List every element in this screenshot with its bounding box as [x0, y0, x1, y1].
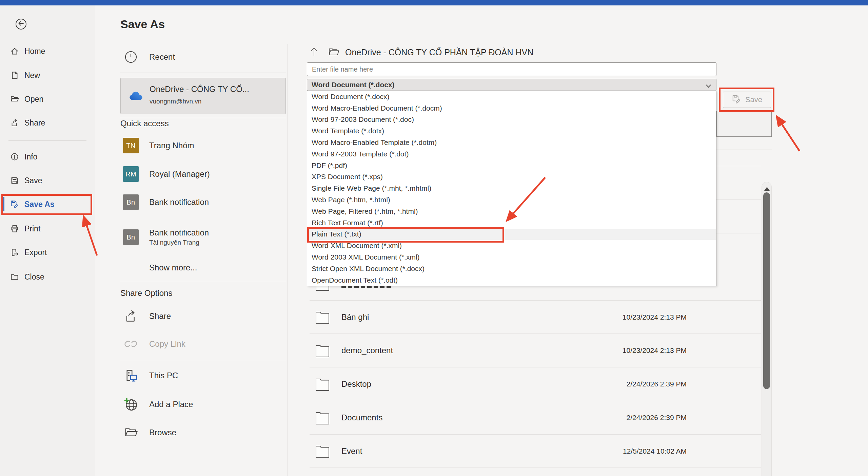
- file-type-option[interactable]: Word 2003 XML Document (*.xml): [307, 251, 716, 263]
- save-disk-pencil-icon: [732, 94, 741, 105]
- annotation-arrow-save-button: [780, 121, 800, 151]
- quick-access-item[interactable]: Bn Bank notification Tài nguyên Trang: [123, 228, 209, 246]
- file-type-option[interactable]: Word Document (*.docx): [307, 91, 716, 102]
- sidebar-item-close[interactable]: Close: [0, 270, 95, 284]
- show-more-link[interactable]: Show more...: [149, 263, 197, 272]
- sidebar-item-new[interactable]: New: [0, 69, 95, 82]
- this-pc-label: This PC: [149, 371, 178, 380]
- scroll-up-icon[interactable]: [764, 187, 770, 191]
- onedrive-place-card[interactable]: OneDrive - CÔNG TY CỔ... vuongnm@hvn.vn: [120, 78, 286, 114]
- file-list-scrollbar[interactable]: [762, 182, 772, 476]
- recent-label: Recent: [149, 52, 175, 62]
- file-type-dropdown: Word Document (*.docx) Word Macro-Enable…: [307, 91, 716, 286]
- onedrive-cloud-icon: [128, 90, 144, 102]
- save-as-icon: [10, 200, 19, 209]
- panel-divider: [120, 73, 286, 73]
- file-type-option[interactable]: OpenDocument Text (*.odt): [307, 274, 716, 286]
- sidebar-item-print[interactable]: Print: [0, 222, 95, 235]
- show-more-label: Show more...: [149, 263, 197, 272]
- sidebar-item-share[interactable]: Share: [0, 116, 95, 130]
- file-type-option[interactable]: Web Page, Filtered (*.htm, *.html): [307, 206, 716, 217]
- filename-input[interactable]: [307, 62, 716, 76]
- sidebar-item-open[interactable]: Open: [0, 92, 95, 106]
- sidebar-item-label: Open: [24, 95, 43, 104]
- panel-divider: [120, 281, 286, 281]
- file-date: 10/23/2024 2:13 PM: [623, 313, 687, 321]
- file-type-option[interactable]: Word Macro-Enabled Document (*.docm): [307, 102, 716, 114]
- quick-access-item[interactable]: RM Royal (Manager): [123, 166, 210, 182]
- this-pc-icon: [123, 368, 139, 383]
- sidebar-item-label: New: [24, 71, 40, 80]
- copy-link-label: Copy Link: [149, 339, 185, 349]
- sidebar-divider: [8, 140, 86, 141]
- file-type-option[interactable]: Word 97-2003 Document (*.doc): [307, 114, 716, 126]
- sidebar-item-info[interactable]: Info: [0, 150, 95, 164]
- scrollbar-thumb[interactable]: [763, 192, 770, 389]
- sidebar-item-label: Export: [24, 248, 47, 257]
- file-type-option[interactable]: Single File Web Page (*.mht, *.mhtml): [307, 183, 716, 194]
- quick-access-item[interactable]: TN Trang Nhóm: [123, 138, 194, 153]
- back-arrow-icon: [18, 20, 24, 28]
- home-icon: [10, 47, 19, 56]
- share-option-copy-link[interactable]: Copy Link: [123, 336, 185, 352]
- folder-icon: [315, 377, 330, 393]
- quick-access-item[interactable]: Bn Bank notification: [123, 194, 209, 210]
- location-row[interactable]: OneDrive - CÔNG TY CỔ PHẦN TẬP ĐOÀN HVN: [309, 45, 533, 59]
- browse-folder-icon: [123, 425, 139, 440]
- folder-icon: [315, 310, 330, 326]
- sidebar-item-save[interactable]: Save: [0, 174, 95, 187]
- recent-item[interactable]: Recent: [123, 49, 175, 65]
- export-icon: [10, 248, 19, 257]
- sidebar-item-save-as[interactable]: Save As: [0, 197, 95, 211]
- back-button[interactable]: [16, 19, 26, 30]
- file-type-selected: Word Document (*.docx): [312, 81, 395, 89]
- file-name: Event: [341, 446, 362, 456]
- file-row[interactable]: demo_content 10/23/2024 2:13 PM: [310, 334, 761, 367]
- file-date: 2/24/2026 2:39 PM: [627, 380, 687, 388]
- file-row[interactable]: Documents 2/24/2026 2:39 PM: [310, 401, 761, 435]
- new-folder-button[interactable]: [716, 111, 772, 137]
- file-type-option[interactable]: Word XML Document (*.xml): [307, 240, 716, 251]
- file-type-option[interactable]: Web Page (*.htm, *.html): [307, 194, 716, 206]
- sidebar-item-label: Home: [24, 47, 45, 56]
- sidebar-item-export[interactable]: Export: [0, 246, 95, 259]
- folder-icon: [328, 46, 340, 58]
- place-add-a-place[interactable]: Add a Place: [123, 397, 193, 412]
- open-folder-icon: [10, 95, 19, 103]
- file-type-option[interactable]: Rich Text Format (*.rtf): [307, 217, 716, 229]
- onedrive-card-subtitle: vuongnm@hvn.vn: [150, 98, 201, 105]
- file-date: 10/23/2024 2:13 PM: [623, 346, 687, 355]
- sidebar-item-home[interactable]: Home: [0, 44, 95, 58]
- save-button-label: Save: [745, 95, 762, 104]
- quick-access-label: Bank notification: [149, 228, 209, 237]
- quick-access-label: Royal (Manager): [149, 169, 210, 179]
- group-tile: RM: [123, 166, 139, 182]
- panel-divider: [120, 360, 286, 360]
- share-options-header: Share Options: [120, 288, 172, 298]
- share-icon: [10, 118, 19, 127]
- backstage-sidebar: Home New Open Share Info Save Save As: [0, 5, 95, 476]
- file-type-option[interactable]: XPS Document (*.xps): [307, 171, 716, 183]
- file-type-option[interactable]: Strict Open XML Document (*.docx): [307, 263, 716, 274]
- file-type-option[interactable]: PDF (*.pdf): [307, 160, 716, 171]
- file-row[interactable]: Bản ghi 10/23/2024 2:13 PM: [310, 301, 761, 334]
- chevron-down-icon: [706, 83, 711, 89]
- group-tile: Bn: [123, 229, 139, 245]
- up-arrow-icon: [309, 46, 319, 58]
- save-button[interactable]: Save: [723, 92, 771, 108]
- file-row[interactable]: Desktop 2/24/2026 2:39 PM: [310, 367, 761, 401]
- file-row[interactable]: Event 12/5/2024 10:02 AM: [310, 435, 761, 468]
- file-name: Bản ghi: [341, 312, 369, 322]
- place-browse[interactable]: Browse: [123, 425, 176, 440]
- panel-divider: [120, 118, 286, 118]
- printer-icon: [10, 224, 19, 233]
- file-name: Desktop: [341, 379, 371, 389]
- file-type-option[interactable]: Word Template (*.dotx): [307, 125, 716, 137]
- title-bar: [0, 0, 868, 5]
- file-type-select[interactable]: Word Document (*.docx): [307, 79, 716, 91]
- file-type-option[interactable]: Word Macro-Enabled Template (*.dotm): [307, 137, 716, 148]
- share-option-share[interactable]: Share: [123, 308, 171, 324]
- file-type-option[interactable]: Word 97-2003 Template (*.dot): [307, 148, 716, 160]
- file-type-option-plain-text[interactable]: Plain Text (*.txt): [307, 229, 716, 240]
- place-this-pc[interactable]: This PC: [123, 368, 178, 383]
